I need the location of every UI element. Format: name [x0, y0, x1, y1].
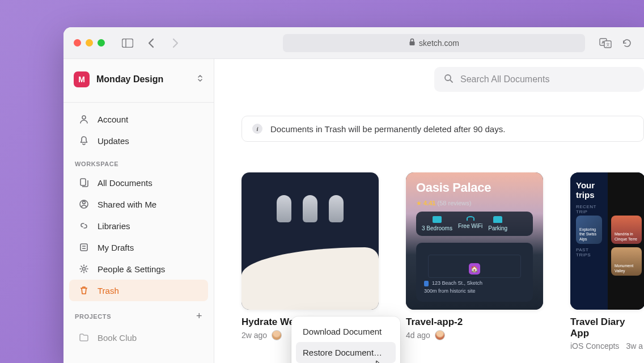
- notice-text: Documents in Trash will be permanently d…: [270, 124, 505, 134]
- thumb-heading: Oasis Palace: [416, 180, 533, 195]
- sidebar-item-label: Trash: [98, 286, 119, 296]
- info-icon: i: [252, 124, 262, 134]
- folder-icon: [78, 332, 90, 343]
- chevron-updown-icon: [197, 74, 204, 85]
- document-time: 4d ago: [406, 331, 430, 340]
- sidebar-item-drafts[interactable]: My Drafts: [69, 237, 208, 258]
- close-window-button[interactable]: [74, 39, 81, 47]
- svg-point-14: [83, 268, 86, 271]
- sidebar-item-label: My Drafts: [98, 243, 134, 252]
- search-icon: [443, 73, 454, 86]
- sidebar-item-label: Shared with Me: [98, 200, 156, 209]
- documents-icon: [78, 177, 90, 188]
- translate-icon[interactable]: A文: [599, 36, 612, 50]
- main-content: Search All Documents i Documents in Tras…: [214, 59, 644, 363]
- document-subtitle: iOS Concepts: [570, 341, 619, 351]
- sidebar-item-updates[interactable]: Updates: [69, 130, 208, 151]
- document-title: Travel-app-2: [406, 316, 543, 328]
- person-icon: [78, 113, 90, 125]
- gear-icon: [78, 263, 90, 275]
- sidebar-item-label: Account: [98, 115, 128, 124]
- sidebar-item-account[interactable]: Account: [69, 108, 208, 130]
- sidebar-item-label: All Documents: [98, 178, 152, 188]
- app-window: sketch.com A文 M Monday Design Account: [63, 27, 644, 363]
- avatar: [435, 330, 445, 340]
- document-thumbnail: Oasis Palace ★ 4.41 (58 reviews) 3 Bedro…: [406, 172, 543, 310]
- document-card[interactable]: Your trips RECENT TRIP Exploring the Swi…: [570, 172, 644, 351]
- document-grid: Hydrate Website 2w ago Download Document…: [242, 172, 644, 351]
- forward-button[interactable]: [168, 36, 182, 50]
- titlebar: sketch.com A文: [63, 27, 644, 59]
- document-card[interactable]: Hydrate Website 2w ago Download Document…: [242, 172, 379, 351]
- search-input[interactable]: Search All Documents: [434, 67, 644, 92]
- thumb-map: 🏠 123 Beach St., Sketch 300m from histor…: [416, 243, 533, 302]
- address-bar[interactable]: sketch.com: [283, 34, 585, 52]
- sidebar-item-all-documents[interactable]: All Documents: [69, 172, 208, 193]
- document-title: Travel Diary App: [570, 316, 644, 339]
- zoom-window-button[interactable]: [98, 39, 105, 47]
- sidebar-item-shared[interactable]: Shared with Me: [69, 193, 208, 215]
- minimize-window-button[interactable]: [86, 39, 93, 47]
- url-text: sketch.com: [419, 39, 459, 48]
- svg-rect-8: [80, 179, 86, 185]
- shared-icon: [78, 199, 90, 210]
- svg-rect-2: [410, 41, 415, 45]
- svg-text:文: 文: [606, 43, 610, 47]
- sidebar-item-people-settings[interactable]: People & Settings: [69, 258, 208, 280]
- sidebar-item-label: Libraries: [98, 221, 130, 231]
- sidebar-item-label: Book Club: [98, 333, 137, 343]
- document-thumbnail: Your trips RECENT TRIP Exploring the Swi…: [570, 172, 644, 310]
- document-thumbnail: [242, 172, 379, 310]
- search-placeholder: Search All Documents: [460, 74, 549, 85]
- document-card[interactable]: Oasis Palace ★ 4.41 (58 reviews) 3 Bedro…: [406, 172, 543, 351]
- workspace-switcher[interactable]: M Monday Design: [70, 67, 207, 92]
- sidebar: M Monday Design Account Updates WORKSPAC…: [63, 59, 214, 363]
- sidebar-item-label: Updates: [98, 136, 129, 146]
- trash-notice: i Documents in Trash will be permanently…: [242, 116, 644, 142]
- svg-point-9: [83, 201, 86, 204]
- document-time: 3w a: [626, 341, 643, 351]
- thumb-rating: ★ 4.41 (58 reviews): [416, 200, 533, 207]
- section-header-projects: PROJECTS +: [63, 301, 214, 327]
- document-time: 2w ago: [242, 331, 267, 340]
- svg-rect-0: [122, 39, 133, 47]
- context-menu-restore[interactable]: Restore Document…: [296, 342, 396, 363]
- lock-icon: [409, 38, 416, 48]
- back-button[interactable]: [145, 36, 158, 50]
- trash-icon: [78, 285, 90, 296]
- context-menu: Download Document Restore Document… Dele…: [291, 316, 400, 363]
- svg-rect-11: [80, 244, 87, 251]
- bell-icon: [78, 135, 90, 146]
- drafts-icon: [78, 242, 90, 253]
- workspace-name: Monday Design: [96, 74, 190, 85]
- window-controls: [74, 39, 105, 47]
- workspace-logo: M: [74, 71, 90, 87]
- thumb-heading: Your trips: [576, 180, 602, 200]
- svg-point-7: [82, 116, 86, 119]
- sidebar-item-project[interactable]: Book Club: [69, 327, 208, 348]
- link-icon: [78, 220, 90, 231]
- section-header-workspace: WORKSPACE: [63, 151, 214, 172]
- context-menu-download[interactable]: Download Document: [296, 321, 396, 342]
- sidebar-item-libraries[interactable]: Libraries: [69, 215, 208, 237]
- thumb-chips: 3 Bedrooms Free WiFi Parking: [416, 212, 533, 236]
- avatar: [272, 330, 282, 340]
- reload-icon[interactable]: [620, 36, 634, 50]
- add-project-button[interactable]: +: [196, 310, 202, 322]
- sidebar-item-label: People & Settings: [98, 264, 165, 274]
- svg-line-16: [450, 80, 452, 82]
- sidebar-toggle-icon[interactable]: [121, 36, 134, 50]
- sidebar-item-trash[interactable]: Trash: [69, 280, 208, 301]
